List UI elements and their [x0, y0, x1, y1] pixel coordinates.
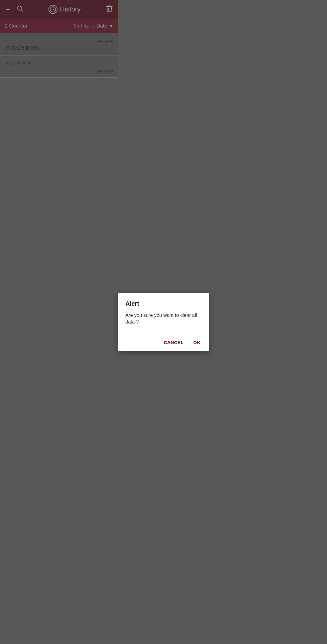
dialog-overlay: Alert Are you sure you want to clear all… — [0, 0, 118, 233]
